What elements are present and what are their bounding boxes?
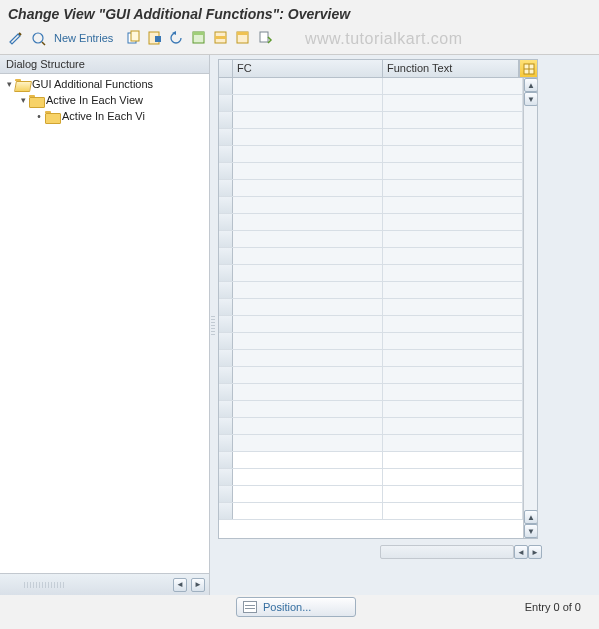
cell-function-text[interactable] — [383, 418, 523, 434]
cell-function-text[interactable] — [383, 435, 523, 451]
table-row[interactable] — [219, 265, 523, 282]
cell-fc[interactable] — [233, 248, 383, 264]
cell-function-text[interactable] — [383, 129, 523, 145]
cell-function-text[interactable] — [383, 95, 523, 111]
cell-fc[interactable] — [233, 197, 383, 213]
cell-fc[interactable] — [233, 367, 383, 383]
cell-function-text[interactable] — [383, 78, 523, 94]
print-icon[interactable] — [255, 28, 275, 48]
table-row[interactable] — [219, 452, 523, 469]
delete-icon[interactable] — [145, 28, 165, 48]
cell-function-text[interactable] — [383, 452, 523, 468]
cell-fc[interactable] — [233, 146, 383, 162]
cell-fc[interactable] — [233, 469, 383, 485]
cell-function-text[interactable] — [383, 469, 523, 485]
scroll-down-button[interactable]: ▼ — [524, 92, 537, 106]
row-header-corner[interactable] — [219, 60, 233, 77]
other-view-icon[interactable] — [28, 28, 48, 48]
row-header[interactable] — [219, 401, 233, 417]
table-row[interactable] — [219, 384, 523, 401]
deselect-all-icon[interactable] — [233, 28, 253, 48]
select-all-icon[interactable] — [189, 28, 209, 48]
row-header[interactable] — [219, 384, 233, 400]
table-row[interactable] — [219, 214, 523, 231]
scroll-down-button[interactable]: ▼ — [524, 524, 537, 538]
scroll-up-button[interactable]: ▲ — [524, 510, 537, 524]
table-row[interactable] — [219, 316, 523, 333]
column-header-function-text[interactable]: Function Text — [383, 60, 519, 77]
table-row[interactable] — [219, 163, 523, 180]
row-header[interactable] — [219, 197, 233, 213]
table-row[interactable] — [219, 180, 523, 197]
cell-fc[interactable] — [233, 418, 383, 434]
row-header[interactable] — [219, 282, 233, 298]
row-header[interactable] — [219, 486, 233, 502]
column-header-fc[interactable]: FC — [233, 60, 383, 77]
cell-function-text[interactable] — [383, 180, 523, 196]
row-header[interactable] — [219, 367, 233, 383]
row-header[interactable] — [219, 452, 233, 468]
row-header[interactable] — [219, 265, 233, 281]
undo-change-icon[interactable] — [167, 28, 187, 48]
table-row[interactable] — [219, 350, 523, 367]
row-header[interactable] — [219, 418, 233, 434]
cell-function-text[interactable] — [383, 231, 523, 247]
cell-fc[interactable] — [233, 180, 383, 196]
row-header[interactable] — [219, 112, 233, 128]
cell-fc[interactable] — [233, 503, 383, 519]
row-header[interactable] — [219, 469, 233, 485]
cell-function-text[interactable] — [383, 163, 523, 179]
cell-fc[interactable] — [233, 282, 383, 298]
table-row[interactable] — [219, 299, 523, 316]
cell-fc[interactable] — [233, 452, 383, 468]
cell-fc[interactable] — [233, 112, 383, 128]
resize-grip-icon[interactable] — [24, 582, 64, 588]
row-header[interactable] — [219, 95, 233, 111]
cell-fc[interactable] — [233, 265, 383, 281]
row-header[interactable] — [219, 231, 233, 247]
cell-function-text[interactable] — [383, 333, 523, 349]
select-block-icon[interactable] — [211, 28, 231, 48]
cell-function-text[interactable] — [383, 146, 523, 162]
cell-fc[interactable] — [233, 435, 383, 451]
scroll-track[interactable] — [524, 106, 537, 510]
hscroll-track[interactable] — [380, 545, 514, 559]
cell-fc[interactable] — [233, 486, 383, 502]
cell-fc[interactable] — [233, 384, 383, 400]
row-header[interactable] — [219, 163, 233, 179]
table-row[interactable] — [219, 486, 523, 503]
cell-function-text[interactable] — [383, 486, 523, 502]
row-header[interactable] — [219, 503, 233, 519]
cell-function-text[interactable] — [383, 265, 523, 281]
tree-node-active-in-each-view[interactable]: ▾ Active In Each View — [0, 92, 209, 108]
row-header[interactable] — [219, 129, 233, 145]
cell-fc[interactable] — [233, 163, 383, 179]
table-row[interactable] — [219, 435, 523, 452]
vertical-scrollbar[interactable]: ▲ ▼ ▲ ▼ — [523, 78, 537, 538]
cell-function-text[interactable] — [383, 299, 523, 315]
position-button[interactable]: Position... — [236, 597, 356, 617]
cell-fc[interactable] — [233, 333, 383, 349]
table-row[interactable] — [219, 503, 523, 520]
table-row[interactable] — [219, 78, 523, 95]
row-header[interactable] — [219, 180, 233, 196]
collapse-icon[interactable]: ▾ — [4, 79, 14, 89]
tree-node-gui-additional-functions[interactable]: ▾ GUI Additional Functions — [0, 76, 209, 92]
cell-function-text[interactable] — [383, 197, 523, 213]
cell-fc[interactable] — [233, 214, 383, 230]
new-entries-button[interactable]: New Entries — [50, 32, 121, 44]
row-header[interactable] — [219, 248, 233, 264]
cell-fc[interactable] — [233, 78, 383, 94]
row-header[interactable] — [219, 299, 233, 315]
row-header[interactable] — [219, 333, 233, 349]
cell-fc[interactable] — [233, 316, 383, 332]
table-row[interactable] — [219, 469, 523, 486]
copy-as-icon[interactable] — [123, 28, 143, 48]
scroll-right-button[interactable]: ► — [528, 545, 542, 559]
cell-function-text[interactable] — [383, 214, 523, 230]
table-row[interactable] — [219, 146, 523, 163]
table-settings-icon[interactable] — [519, 60, 537, 77]
table-row[interactable] — [219, 112, 523, 129]
cell-function-text[interactable] — [383, 350, 523, 366]
cell-fc[interactable] — [233, 95, 383, 111]
